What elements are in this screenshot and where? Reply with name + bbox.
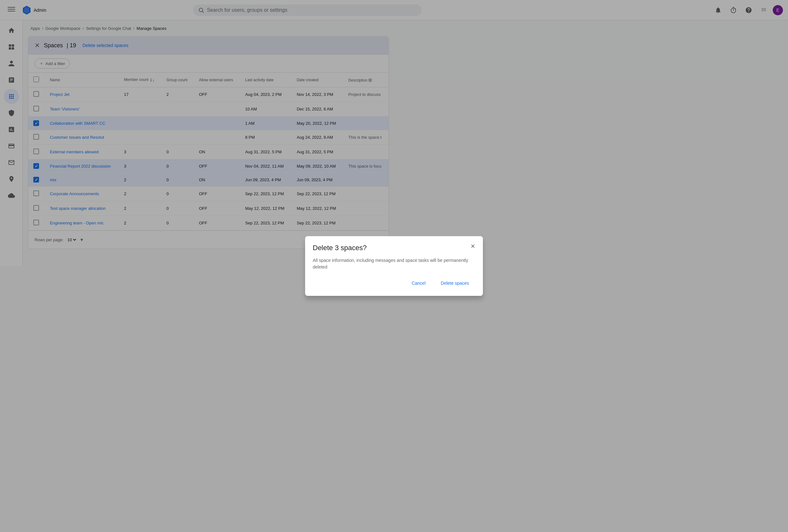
delete-dialog: ✕ Delete 3 spaces? All space information… [305,236,394,266]
dialog-title: Delete 3 spaces? [313,244,394,252]
dialog-overlay: ✕ Delete 3 spaces? All space information… [0,0,394,266]
dialog-body: All space information, including message… [313,257,394,266]
